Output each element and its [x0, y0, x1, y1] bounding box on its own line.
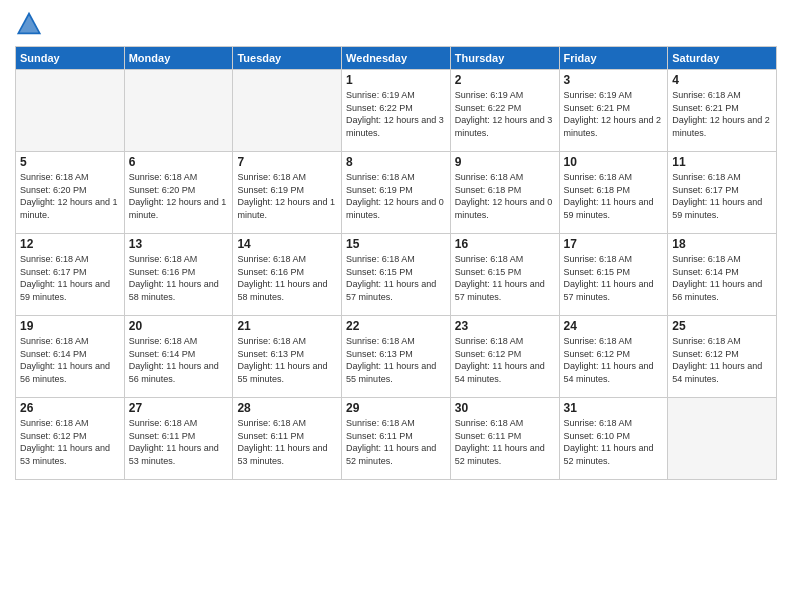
calendar-week-row: 19Sunrise: 6:18 AM Sunset: 6:14 PM Dayli… [16, 316, 777, 398]
day-info: Sunrise: 6:19 AM Sunset: 6:22 PM Dayligh… [346, 89, 446, 139]
col-sunday: Sunday [16, 47, 125, 70]
day-info: Sunrise: 6:18 AM Sunset: 6:18 PM Dayligh… [564, 171, 664, 221]
day-number: 30 [455, 401, 555, 415]
day-number: 9 [455, 155, 555, 169]
day-number: 12 [20, 237, 120, 251]
calendar-week-row: 1Sunrise: 6:19 AM Sunset: 6:22 PM Daylig… [16, 70, 777, 152]
table-row: 20Sunrise: 6:18 AM Sunset: 6:14 PM Dayli… [124, 316, 233, 398]
table-row: 9Sunrise: 6:18 AM Sunset: 6:18 PM Daylig… [450, 152, 559, 234]
day-number: 14 [237, 237, 337, 251]
table-row: 7Sunrise: 6:18 AM Sunset: 6:19 PM Daylig… [233, 152, 342, 234]
table-row: 17Sunrise: 6:18 AM Sunset: 6:15 PM Dayli… [559, 234, 668, 316]
col-monday: Monday [124, 47, 233, 70]
table-row: 6Sunrise: 6:18 AM Sunset: 6:20 PM Daylig… [124, 152, 233, 234]
logo [15, 10, 47, 38]
day-number: 8 [346, 155, 446, 169]
day-info: Sunrise: 6:18 AM Sunset: 6:14 PM Dayligh… [672, 253, 772, 303]
calendar-week-row: 26Sunrise: 6:18 AM Sunset: 6:12 PM Dayli… [16, 398, 777, 480]
day-info: Sunrise: 6:18 AM Sunset: 6:15 PM Dayligh… [455, 253, 555, 303]
table-row: 22Sunrise: 6:18 AM Sunset: 6:13 PM Dayli… [342, 316, 451, 398]
day-number: 24 [564, 319, 664, 333]
day-info: Sunrise: 6:18 AM Sunset: 6:14 PM Dayligh… [20, 335, 120, 385]
day-info: Sunrise: 6:18 AM Sunset: 6:11 PM Dayligh… [237, 417, 337, 467]
day-number: 13 [129, 237, 229, 251]
day-number: 5 [20, 155, 120, 169]
day-info: Sunrise: 6:19 AM Sunset: 6:21 PM Dayligh… [564, 89, 664, 139]
day-info: Sunrise: 6:18 AM Sunset: 6:10 PM Dayligh… [564, 417, 664, 467]
table-row: 12Sunrise: 6:18 AM Sunset: 6:17 PM Dayli… [16, 234, 125, 316]
col-friday: Friday [559, 47, 668, 70]
day-info: Sunrise: 6:18 AM Sunset: 6:13 PM Dayligh… [237, 335, 337, 385]
table-row: 3Sunrise: 6:19 AM Sunset: 6:21 PM Daylig… [559, 70, 668, 152]
day-number: 20 [129, 319, 229, 333]
day-info: Sunrise: 6:18 AM Sunset: 6:12 PM Dayligh… [20, 417, 120, 467]
table-row: 21Sunrise: 6:18 AM Sunset: 6:13 PM Dayli… [233, 316, 342, 398]
table-row: 26Sunrise: 6:18 AM Sunset: 6:12 PM Dayli… [16, 398, 125, 480]
day-info: Sunrise: 6:19 AM Sunset: 6:22 PM Dayligh… [455, 89, 555, 139]
table-row: 24Sunrise: 6:18 AM Sunset: 6:12 PM Dayli… [559, 316, 668, 398]
day-number: 10 [564, 155, 664, 169]
day-number: 2 [455, 73, 555, 87]
day-number: 28 [237, 401, 337, 415]
table-row: 4Sunrise: 6:18 AM Sunset: 6:21 PM Daylig… [668, 70, 777, 152]
table-row: 8Sunrise: 6:18 AM Sunset: 6:19 PM Daylig… [342, 152, 451, 234]
day-number: 16 [455, 237, 555, 251]
day-number: 23 [455, 319, 555, 333]
day-number: 15 [346, 237, 446, 251]
day-number: 11 [672, 155, 772, 169]
table-row: 27Sunrise: 6:18 AM Sunset: 6:11 PM Dayli… [124, 398, 233, 480]
table-row: 28Sunrise: 6:18 AM Sunset: 6:11 PM Dayli… [233, 398, 342, 480]
col-thursday: Thursday [450, 47, 559, 70]
day-number: 21 [237, 319, 337, 333]
table-row [124, 70, 233, 152]
calendar-week-row: 5Sunrise: 6:18 AM Sunset: 6:20 PM Daylig… [16, 152, 777, 234]
day-number: 7 [237, 155, 337, 169]
day-info: Sunrise: 6:18 AM Sunset: 6:11 PM Dayligh… [346, 417, 446, 467]
day-info: Sunrise: 6:18 AM Sunset: 6:15 PM Dayligh… [346, 253, 446, 303]
day-info: Sunrise: 6:18 AM Sunset: 6:19 PM Dayligh… [346, 171, 446, 221]
table-row [668, 398, 777, 480]
table-row [16, 70, 125, 152]
day-info: Sunrise: 6:18 AM Sunset: 6:17 PM Dayligh… [20, 253, 120, 303]
col-saturday: Saturday [668, 47, 777, 70]
day-number: 27 [129, 401, 229, 415]
day-number: 17 [564, 237, 664, 251]
day-info: Sunrise: 6:18 AM Sunset: 6:19 PM Dayligh… [237, 171, 337, 221]
table-row: 5Sunrise: 6:18 AM Sunset: 6:20 PM Daylig… [16, 152, 125, 234]
table-row: 13Sunrise: 6:18 AM Sunset: 6:16 PM Dayli… [124, 234, 233, 316]
day-info: Sunrise: 6:18 AM Sunset: 6:16 PM Dayligh… [129, 253, 229, 303]
header [15, 10, 777, 38]
table-row: 11Sunrise: 6:18 AM Sunset: 6:17 PM Dayli… [668, 152, 777, 234]
table-row: 23Sunrise: 6:18 AM Sunset: 6:12 PM Dayli… [450, 316, 559, 398]
day-info: Sunrise: 6:18 AM Sunset: 6:13 PM Dayligh… [346, 335, 446, 385]
day-info: Sunrise: 6:18 AM Sunset: 6:16 PM Dayligh… [237, 253, 337, 303]
day-info: Sunrise: 6:18 AM Sunset: 6:20 PM Dayligh… [129, 171, 229, 221]
day-info: Sunrise: 6:18 AM Sunset: 6:12 PM Dayligh… [455, 335, 555, 385]
table-row: 1Sunrise: 6:19 AM Sunset: 6:22 PM Daylig… [342, 70, 451, 152]
logo-icon [15, 10, 43, 38]
day-info: Sunrise: 6:18 AM Sunset: 6:15 PM Dayligh… [564, 253, 664, 303]
day-number: 25 [672, 319, 772, 333]
table-row: 16Sunrise: 6:18 AM Sunset: 6:15 PM Dayli… [450, 234, 559, 316]
day-number: 22 [346, 319, 446, 333]
calendar-table: Sunday Monday Tuesday Wednesday Thursday… [15, 46, 777, 480]
table-row: 15Sunrise: 6:18 AM Sunset: 6:15 PM Dayli… [342, 234, 451, 316]
table-row: 14Sunrise: 6:18 AM Sunset: 6:16 PM Dayli… [233, 234, 342, 316]
day-number: 19 [20, 319, 120, 333]
col-tuesday: Tuesday [233, 47, 342, 70]
calendar-header-row: Sunday Monday Tuesday Wednesday Thursday… [16, 47, 777, 70]
day-info: Sunrise: 6:18 AM Sunset: 6:11 PM Dayligh… [129, 417, 229, 467]
day-info: Sunrise: 6:18 AM Sunset: 6:11 PM Dayligh… [455, 417, 555, 467]
day-number: 1 [346, 73, 446, 87]
day-number: 26 [20, 401, 120, 415]
day-info: Sunrise: 6:18 AM Sunset: 6:21 PM Dayligh… [672, 89, 772, 139]
day-number: 6 [129, 155, 229, 169]
day-info: Sunrise: 6:18 AM Sunset: 6:20 PM Dayligh… [20, 171, 120, 221]
day-number: 3 [564, 73, 664, 87]
day-info: Sunrise: 6:18 AM Sunset: 6:18 PM Dayligh… [455, 171, 555, 221]
day-info: Sunrise: 6:18 AM Sunset: 6:12 PM Dayligh… [564, 335, 664, 385]
day-info: Sunrise: 6:18 AM Sunset: 6:14 PM Dayligh… [129, 335, 229, 385]
table-row: 31Sunrise: 6:18 AM Sunset: 6:10 PM Dayli… [559, 398, 668, 480]
page: Sunday Monday Tuesday Wednesday Thursday… [0, 0, 792, 612]
table-row: 29Sunrise: 6:18 AM Sunset: 6:11 PM Dayli… [342, 398, 451, 480]
